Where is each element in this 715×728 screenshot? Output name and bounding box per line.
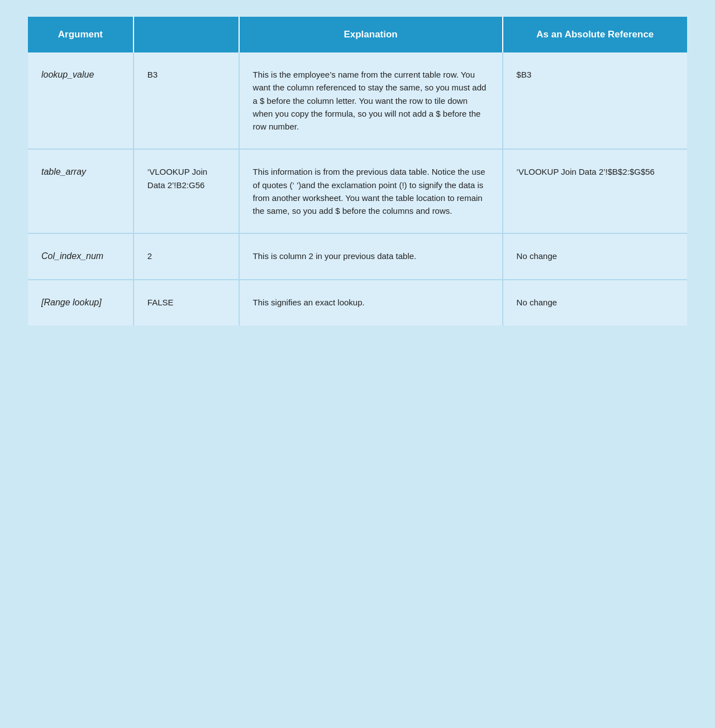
header-absolute: As an Absolute Reference bbox=[503, 17, 687, 52]
cell-argument: Col_index_num bbox=[28, 233, 134, 280]
cell-absolute: $B3 bbox=[503, 52, 687, 149]
cell-absolute: ‘VLOOKUP Join Data 2’!$B$2:$G$56 bbox=[503, 149, 687, 233]
cell-argument: lookup_value bbox=[28, 52, 134, 149]
cell-absolute: No change bbox=[503, 233, 687, 280]
table-header-row: Argument Explanation As an Absolute Refe… bbox=[28, 17, 687, 52]
cell-explanation: This information is from the previous da… bbox=[239, 149, 503, 233]
cell-value: 2 bbox=[134, 233, 239, 280]
cell-value: B3 bbox=[134, 52, 239, 149]
header-explanation: Explanation bbox=[239, 17, 503, 52]
cell-absolute: No change bbox=[503, 280, 687, 325]
table-row: [Range lookup]FALSEThis signifies an exa… bbox=[28, 280, 687, 325]
vlookup-table: Argument Explanation As an Absolute Refe… bbox=[28, 17, 687, 325]
cell-explanation: This signifies an exact lookup. bbox=[239, 280, 503, 325]
header-argument: Argument bbox=[28, 17, 134, 52]
table-row: lookup_valueB3This is the employee’s nam… bbox=[28, 52, 687, 149]
cell-argument: table_array bbox=[28, 149, 134, 233]
cell-explanation: This is the employee’s name from the cur… bbox=[239, 52, 503, 149]
table-row: table_array‘VLOOKUP Join Data 2’!B2:G56T… bbox=[28, 149, 687, 233]
table-wrapper: Argument Explanation As an Absolute Refe… bbox=[28, 17, 687, 325]
cell-argument: [Range lookup] bbox=[28, 280, 134, 325]
cell-value: ‘VLOOKUP Join Data 2’!B2:G56 bbox=[134, 149, 239, 233]
cell-explanation: This is column 2 in your previous data t… bbox=[239, 233, 503, 280]
cell-value: FALSE bbox=[134, 280, 239, 325]
header-value bbox=[134, 17, 239, 52]
table-row: Col_index_num2This is column 2 in your p… bbox=[28, 233, 687, 280]
